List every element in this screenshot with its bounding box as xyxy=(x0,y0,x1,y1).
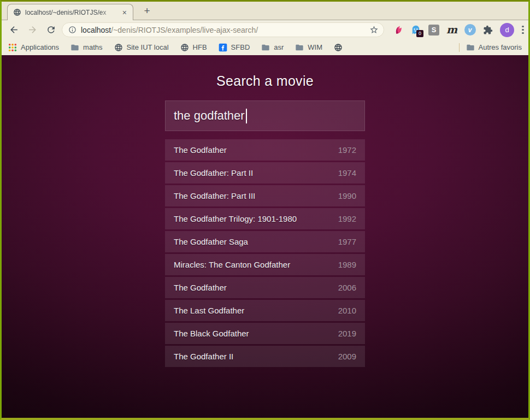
result-year: 2019 xyxy=(338,329,356,338)
result-row[interactable]: The Godfather: Part II 1974 xyxy=(165,162,365,184)
result-title: The Godfather xyxy=(174,283,227,292)
reload-button[interactable] xyxy=(43,22,58,38)
tab-strip: localhost/~denis/RIOTJS/ex × + xyxy=(2,2,528,20)
bookmark-label: HFB xyxy=(193,43,207,51)
bookmark-label: maths xyxy=(83,43,102,51)
result-title: The Godfather II xyxy=(174,352,233,361)
bookmarks-separator xyxy=(459,43,460,52)
movie-search-input[interactable]: the godfather xyxy=(165,100,365,131)
page-content: Search a movie the godfather The Godfath… xyxy=(2,55,528,418)
back-button[interactable] xyxy=(6,22,21,38)
bookmark-label: WIM xyxy=(308,43,322,51)
browser-tab[interactable]: localhost/~denis/RIOTJS/ex × xyxy=(7,4,133,20)
bookmark-site-iut-local[interactable]: Site IUT local xyxy=(114,43,169,52)
bookmark-label: SFBD xyxy=(231,43,250,51)
extensions-puzzle-icon[interactable] xyxy=(482,24,494,36)
result-year: 1972 xyxy=(338,145,356,155)
result-title: Miracles: The Canton Godfather xyxy=(174,260,290,269)
bookmark-star-icon[interactable] xyxy=(369,25,379,34)
other-bookmarks-label: Autres favoris xyxy=(479,43,522,51)
tab-close-icon[interactable]: × xyxy=(121,8,128,17)
extension-badge: 0 xyxy=(416,30,423,37)
bookmark-label: Applications xyxy=(21,43,59,51)
forward-arrow-icon xyxy=(27,25,38,35)
result-row[interactable]: The Godfather: Part III 1990 xyxy=(165,185,365,206)
bookmark-asr[interactable]: asr xyxy=(261,43,284,52)
m-extension-icon[interactable]: m xyxy=(446,24,458,36)
result-row[interactable]: The Godfather Trilogy: 1901-1980 1992 xyxy=(165,208,365,229)
folder-icon xyxy=(261,43,270,52)
pink-feather-extension-icon[interactable] xyxy=(392,24,404,36)
search-input-value: the godfather xyxy=(174,109,245,123)
text-caret xyxy=(246,109,247,123)
result-title: The Godfather xyxy=(174,145,227,155)
result-title: The Godfather Trilogy: 1901-1980 xyxy=(174,214,297,223)
result-year: 1989 xyxy=(338,260,356,269)
browser-menu-button[interactable] xyxy=(519,24,527,36)
address-bar[interactable]: localhost/~denis/RIOTJS/examples/live-aj… xyxy=(62,22,384,37)
folder-icon xyxy=(466,43,475,52)
other-bookmarks-area: Autres favoris xyxy=(459,43,522,52)
bookmark-maths[interactable]: maths xyxy=(70,43,102,52)
bookmark-hfb[interactable]: HFB xyxy=(180,43,207,52)
bookmark-label: Site IUT local xyxy=(127,43,169,51)
globe-icon xyxy=(180,43,189,52)
result-row[interactable]: The Godfather II 2009 xyxy=(165,346,365,367)
s-extension-icon[interactable]: S xyxy=(428,24,440,36)
result-year: 2010 xyxy=(338,306,356,315)
bookmark-wim[interactable]: WIM xyxy=(295,43,322,52)
result-year: 2006 xyxy=(338,283,356,292)
reload-icon xyxy=(46,25,56,35)
url-text: localhost/~denis/RIOTJS/examples/live-aj… xyxy=(81,26,365,34)
new-tab-button[interactable]: + xyxy=(140,4,154,17)
profile-avatar[interactable]: d xyxy=(500,23,514,37)
facebook-icon xyxy=(219,43,227,52)
result-year: 1992 xyxy=(338,214,356,223)
result-year: 1977 xyxy=(338,237,356,246)
result-title: The Last Godfather xyxy=(174,306,244,315)
result-row[interactable]: The Godfather 2006 xyxy=(165,277,365,298)
browser-toolbar: localhost/~denis/RIOTJS/examples/live-aj… xyxy=(2,20,528,39)
back-arrow-icon xyxy=(9,25,19,35)
result-row[interactable]: The Last Godfather 2010 xyxy=(165,300,365,321)
result-year: 1974 xyxy=(338,168,356,178)
bookmarks-bar: Applications maths Site IUT local HFB SF… xyxy=(2,39,528,55)
search-results-list: The Godfather 1972 The Godfather: Part I… xyxy=(165,139,365,367)
result-title: The Godfather: Part II xyxy=(174,168,253,178)
result-row[interactable]: Miracles: The Canton Godfather 1989 xyxy=(165,254,365,275)
folder-icon xyxy=(70,43,79,52)
browser-window: localhost/~denis/RIOTJS/ex × + localhost… xyxy=(0,0,530,420)
bookmark-sfbd[interactable]: SFBD xyxy=(219,43,250,52)
result-year: 2009 xyxy=(338,352,356,361)
globe-icon xyxy=(114,43,123,52)
other-bookmarks-button[interactable]: Autres favoris xyxy=(466,43,522,52)
tab-favicon-globe-icon xyxy=(13,8,21,16)
result-year: 1990 xyxy=(338,191,356,200)
result-row[interactable]: The Godfather 1972 xyxy=(165,139,365,161)
result-title: The Black Godfather xyxy=(174,329,249,338)
page-info-icon[interactable] xyxy=(68,26,76,34)
folder-icon xyxy=(295,43,304,52)
apps-grid-icon xyxy=(8,43,17,52)
result-title: The Godfather Saga xyxy=(174,237,248,246)
ghost-extension-icon[interactable]: 0 xyxy=(410,24,422,36)
url-path: /~denis/RIOTJS/examples/live-ajax-search… xyxy=(111,26,258,34)
forward-button[interactable] xyxy=(25,22,40,38)
result-title: The Godfather: Part III xyxy=(174,191,255,200)
result-row[interactable]: The Black Godfather 2019 xyxy=(165,323,365,344)
bookmark-applications[interactable]: Applications xyxy=(8,43,59,52)
globe-icon xyxy=(334,43,343,52)
url-host: localhost xyxy=(81,26,111,34)
extension-icons: 0 S m v xyxy=(392,24,494,36)
bookmark-label: asr xyxy=(274,43,284,51)
v-extension-icon[interactable]: v xyxy=(464,24,476,36)
page-title: Search a movie xyxy=(2,73,528,89)
bookmark-unnamed[interactable] xyxy=(334,43,346,52)
result-row[interactable]: The Godfather Saga 1977 xyxy=(165,231,365,252)
tab-title: localhost/~denis/RIOTJS/ex xyxy=(25,9,117,16)
